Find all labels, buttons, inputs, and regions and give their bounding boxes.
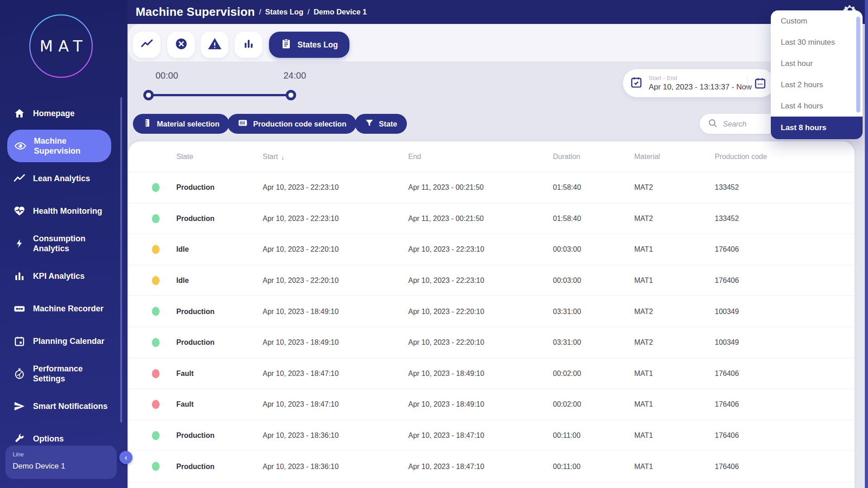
- cell-duration: 01:58:40: [553, 203, 581, 235]
- cell-material: MAT1: [634, 389, 653, 420]
- bar-chart-icon: [14, 270, 25, 282]
- table-header: State Start ↓ End Duration Material Prod…: [128, 141, 854, 172]
- cell-start: Apr 10, 2023 - 18:49:10: [263, 327, 339, 358]
- tab-errors[interactable]: [167, 32, 195, 58]
- sidebar-item-smart-notifications[interactable]: Smart Notifications: [0, 390, 127, 422]
- slider-start-label: 00:00: [156, 70, 178, 81]
- cell-production-code: 100349: [715, 327, 739, 358]
- slider-track[interactable]: [148, 94, 291, 96]
- dropdown-item-custom[interactable]: Custom: [771, 10, 863, 32]
- tab-states-log[interactable]: States Log: [269, 32, 349, 58]
- trend-tab-icon: [140, 37, 154, 52]
- warning-tab-icon: [208, 37, 222, 53]
- col-header-production-code[interactable]: Production code: [715, 141, 767, 172]
- sidebar-item-label: Lean Analytics: [33, 174, 110, 183]
- production-code-selection-button[interactable]: Production code selection: [227, 114, 356, 134]
- col-header-state[interactable]: State: [176, 141, 193, 172]
- cell-start: Apr 10, 2023 - 18:36:10: [263, 420, 339, 451]
- table-row: ProductionApr 10, 2023 - 18:36:10Apr 10,…: [128, 420, 854, 451]
- cell-start: Apr 10, 2023 - 22:20:10: [263, 234, 339, 265]
- table-row: ProductionApr 10, 2023 - 22:23:10Apr 11,…: [128, 203, 854, 235]
- cell-duration: 03:31:00: [553, 327, 581, 358]
- cell-production-code: 100349: [715, 296, 739, 327]
- tab-chart[interactable]: [235, 32, 262, 58]
- cell-state: Production: [176, 327, 214, 358]
- dropdown-item-last-2-hours[interactable]: Last 2 hours: [771, 74, 863, 95]
- tab-trend[interactable]: [133, 32, 160, 58]
- device-selector[interactable]: Line Demo Device 1: [5, 446, 117, 479]
- state-dot: [152, 245, 160, 254]
- date-range-picker[interactable]: Start - End Apr 10, 2023 - 13:13:37 - No…: [623, 69, 775, 97]
- send-icon: [14, 400, 25, 412]
- logo-text: MAT: [29, 14, 93, 78]
- cell-duration: 03:31:00: [553, 296, 581, 327]
- production-code-selection-label: Production code selection: [253, 120, 346, 128]
- sidebar-item-homepage[interactable]: Homepage: [0, 97, 127, 130]
- breadcrumb-device[interactable]: Demo Device 1: [314, 8, 367, 16]
- cell-duration: 00:03:00: [553, 265, 581, 296]
- cell-state: Production: [176, 451, 214, 482]
- sidebar-item-label: Machine Supervision: [34, 136, 111, 156]
- col-header-duration[interactable]: Duration: [553, 141, 580, 172]
- cell-material: MAT1: [634, 265, 653, 296]
- cell-end: Apr 10, 2023 - 18:49:10: [408, 358, 484, 389]
- material-selection-button[interactable]: Material selection: [133, 114, 229, 134]
- col-header-end[interactable]: End: [408, 141, 421, 172]
- sidebar-collapse-button[interactable]: ‹: [119, 451, 132, 464]
- date-range-texts: Start - End Apr 10, 2023 - 13:13:37 - No…: [649, 75, 752, 92]
- state-dot: [152, 214, 160, 223]
- slider-handle-end[interactable]: [286, 90, 296, 100]
- dropdown-scrollbar[interactable]: [856, 17, 860, 113]
- sidebar-item-lean-analytics[interactable]: Lean Analytics: [0, 162, 127, 195]
- device-name: Demo Device 1: [13, 462, 109, 471]
- sidebar-item-planning-calendar[interactable]: Planning Calendar: [0, 325, 127, 357]
- dropdown-item-last-hour[interactable]: Last hour: [771, 53, 863, 74]
- state-dot: [152, 338, 160, 347]
- sidebar-item-label: Health Monitoring: [33, 206, 110, 216]
- tab-warnings[interactable]: [201, 32, 228, 58]
- cell-material: MAT2: [634, 203, 653, 235]
- page-scrollbar[interactable]: [865, 0, 868, 488]
- page-title: Machine Supervision: [136, 5, 255, 19]
- cell-production-code: 176406: [715, 265, 739, 296]
- sidebar-scrollbar[interactable]: [120, 97, 122, 422]
- sidebar-item-kpi-analytics[interactable]: KPI Analytics: [0, 260, 127, 292]
- cell-end: Apr 10, 2023 - 22:23:10: [408, 234, 484, 265]
- state-filter-button[interactable]: State: [355, 114, 407, 134]
- trend-icon: [14, 173, 25, 184]
- dropdown-item-last-4-hours[interactable]: Last 4 hours: [771, 95, 863, 117]
- wrench-icon: [14, 433, 25, 445]
- table-row: IdleApr 10, 2023 - 22:20:10Apr 10, 2023 …: [128, 234, 854, 265]
- state-dot: [152, 400, 160, 409]
- sidebar-item-performance-settings[interactable]: Performance Settings: [0, 357, 127, 390]
- state-filter-label: State: [379, 120, 397, 128]
- date-divider: [747, 76, 748, 90]
- sidebar-item-label: Options: [33, 434, 110, 444]
- slider-handle-start[interactable]: [143, 90, 154, 100]
- col-header-start[interactable]: Start ↓: [263, 141, 284, 172]
- cell-production-code: 176406: [715, 389, 739, 420]
- breadcrumb-states-log[interactable]: States Log: [265, 8, 303, 16]
- device-label: Line: [13, 451, 109, 458]
- dropdown-item-last-8-hours[interactable]: Last 8 hours: [771, 117, 863, 139]
- cell-start: Apr 10, 2023 - 22:23:10: [263, 172, 339, 203]
- cell-end: Apr 11, 2023 - 00:21:50: [408, 203, 484, 235]
- table-row: ProductionApr 10, 2023 - 18:36:10Apr 10,…: [128, 451, 854, 482]
- sidebar-item-machine-supervision[interactable]: Machine Supervision: [7, 130, 111, 162]
- sidebar-item-consumption-analytics[interactable]: Consumption Analytics: [0, 227, 127, 260]
- sidebar-item-machine-recorder[interactable]: Machine Recorder: [0, 292, 127, 325]
- search-icon: [708, 118, 717, 130]
- sidebar-item-health-monitoring[interactable]: Health Monitoring: [0, 195, 127, 227]
- tab-strip: States Log: [128, 24, 854, 61]
- cell-start: Apr 10, 2023 - 18:49:10: [263, 296, 339, 327]
- cell-material: MAT2: [634, 327, 653, 358]
- cell-end: Apr 10, 2023 - 18:49:10: [408, 389, 484, 420]
- dropdown-item-last-30-minutes[interactable]: Last 30 minutes: [771, 32, 863, 53]
- calendar-end-icon[interactable]: [754, 77, 766, 91]
- state-dot: [152, 369, 160, 378]
- cell-material: MAT1: [634, 358, 653, 389]
- cell-end: Apr 10, 2023 - 22:23:10: [408, 265, 484, 296]
- cell-production-code: 133452: [715, 172, 739, 203]
- col-header-material[interactable]: Material: [634, 141, 660, 172]
- cell-end: Apr 10, 2023 - 22:20:10: [408, 327, 484, 358]
